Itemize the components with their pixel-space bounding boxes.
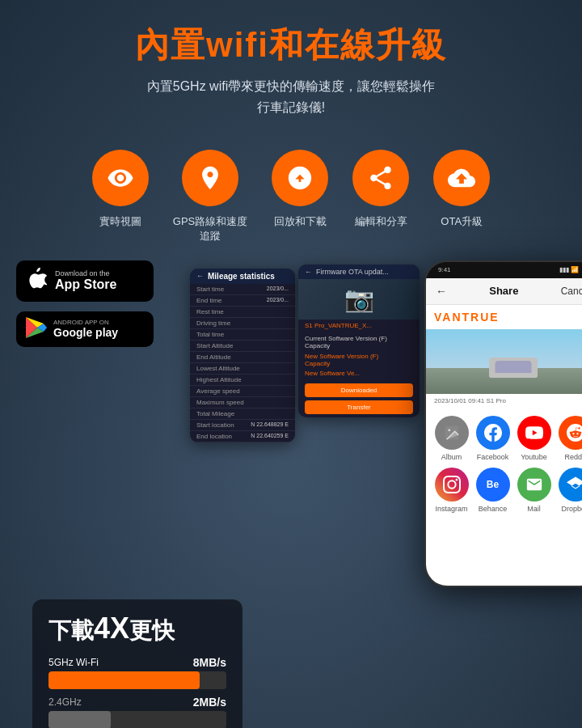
cloud-upload-icon <box>433 150 490 206</box>
mileage-row: Lowest Altitude <box>190 363 295 375</box>
feature-share-label: 編輯和分享 <box>355 214 407 229</box>
left-panel: Download on the App Store ANDROID APP ON <box>16 260 178 347</box>
feature-gps-label: GPS路線和速度追蹤 <box>173 214 247 243</box>
share-header: ← Share Cancel <box>426 278 582 305</box>
dropbox-icon <box>559 468 583 502</box>
ota-header: ← Firmware OTA updat... <box>298 265 420 279</box>
car-road-scene <box>426 329 582 394</box>
mileage-row: Rest time <box>190 307 295 318</box>
back-button[interactable]: ← <box>436 285 447 298</box>
mileage-row: Total time <box>190 329 295 341</box>
feature-download-label: 回放和下載 <box>274 214 327 229</box>
cancel-button[interactable]: Cancel <box>561 286 582 297</box>
google-play-logo <box>24 316 47 342</box>
page-subtitle: 內置5GHz wifi帶來更快的傳輸速度，讓您輕鬆操作 行車記錄儀! <box>16 76 566 117</box>
new-version: New Software Version (F) Capacity <box>305 353 413 367</box>
feature-ota-label: OTA升級 <box>441 214 483 229</box>
video-meta: 2023/10/01 09:41 S1 Pro <box>426 394 582 408</box>
speed-bar-name: 5GHz Wi-Fi <box>48 657 99 668</box>
share-icon <box>352 150 409 206</box>
album-icon <box>435 416 469 450</box>
share-title: Share <box>489 285 518 297</box>
ota-screen: ← Firmware OTA updat... 📷 S1 Pro_VANTRUE… <box>298 265 420 417</box>
phone-screen: ← Share Cancel VANTRUE <box>426 278 582 586</box>
behance-icon: Be <box>476 468 510 502</box>
feature-share: 編輯和分享 <box>352 150 409 243</box>
phone-status-bar: 9:41 ▮▮▮ 📶 🔋 <box>426 262 582 278</box>
youtube-icon <box>517 416 551 450</box>
video-thumbnail <box>426 329 582 394</box>
share-icon-facebook[interactable]: Facebook <box>475 416 510 461</box>
mileage-row: End Altitude <box>190 352 295 363</box>
mileage-row: Maximum speed <box>190 397 295 408</box>
share-icon-behance[interactable]: Be Behance <box>475 468 510 513</box>
share-icons-grid: Album Facebook Youtube Reddit Instagram … <box>426 408 582 521</box>
main-area: Download on the App Store ANDROID APP ON <box>0 252 582 595</box>
mileage-row: Start Altitude <box>190 341 295 352</box>
mileage-row: End time2023/0... <box>190 295 295 307</box>
svg-point-5 <box>448 429 450 431</box>
transfer-button[interactable]: Transfer <box>305 400 413 414</box>
facebook-icon <box>476 416 510 450</box>
new-software-label: New Software Ve... <box>305 370 413 377</box>
speed-bar-background <box>48 711 226 728</box>
mileage-row: End locationN 22.640259 E <box>190 431 295 442</box>
downloaded-button[interactable]: Downloaded <box>305 383 413 397</box>
mileage-header: ← Mileage statistics <box>190 269 295 284</box>
video-preview <box>426 329 582 394</box>
ota-version-info: Current Software Version (F) Capacity Ne… <box>298 332 420 380</box>
mileage-row: Driving time <box>190 318 295 329</box>
features-icons-row: 實時視圖 GPS路線和速度追蹤 回放和下載 <box>0 125 582 252</box>
mileage-row: Start time2023/0... <box>190 284 295 295</box>
speed-bar-5ghzwi-fi: 5GHz Wi-Fi 8MB/s <box>48 656 226 689</box>
speed-bar-2.4ghz: 2.4GHz 2MB/s <box>48 696 226 728</box>
mileage-row: Total Mileage <box>190 408 295 420</box>
ota-thumbnail: 📷 <box>298 279 420 320</box>
share-icon-instagram[interactable]: Instagram <box>434 468 469 513</box>
speed-bar-name: 2.4GHz <box>48 696 82 708</box>
current-version: Current Software Version (F) Capacity <box>305 335 413 349</box>
phones-area: ← Mileage statistics Start time2023/0...… <box>190 260 582 587</box>
feature-realtime: 實時視圖 <box>92 150 149 243</box>
share-icon-album[interactable]: Album <box>434 416 469 461</box>
feature-ota: OTA升級 <box>433 150 490 243</box>
main-phone: 9:41 ▮▮▮ 📶 🔋 ← Share Cancel VANTRUE <box>424 260 582 587</box>
instagram-icon <box>435 468 469 502</box>
eye-icon <box>92 150 149 206</box>
share-icon-reddit[interactable]: Reddit <box>558 416 582 461</box>
mail-icon <box>517 468 551 502</box>
reddit-icon <box>559 416 583 450</box>
vantrue-logo: VANTRUE <box>426 305 582 329</box>
back-arrow: ← <box>196 272 204 280</box>
google-play-text: ANDROID APP ON Google play <box>53 319 118 339</box>
share-icon-mail[interactable]: Mail <box>517 468 551 513</box>
speed-bars: 5GHz Wi-Fi 8MB/s 2.4GHz 2MB/s <box>48 656 226 728</box>
share-icon-youtube[interactable]: Youtube <box>517 416 551 461</box>
speed-title: 下載4X更快 <box>48 612 226 646</box>
apple-icon <box>27 267 47 295</box>
speed-bar-value: 8MB/s <box>193 656 226 669</box>
feature-download: 回放和下載 <box>272 150 328 243</box>
page-title: 內置wifi和在線升級 <box>16 23 566 68</box>
mileage-row: Start locationN 22.648829 E <box>190 420 295 431</box>
feature-gps: GPS路線和速度追蹤 <box>173 150 247 243</box>
download-icon <box>272 150 328 206</box>
speed-bar-fill <box>48 671 200 689</box>
speed-section: 下載4X更快 5GHz Wi-Fi 8MB/s 2.4GHz 2MB/s <box>32 599 242 728</box>
back-arrow2: ← <box>305 268 312 276</box>
google-play-button[interactable]: ANDROID APP ON Google play <box>16 311 154 347</box>
mileage-rows: Start time2023/0...End time2023/0...Rest… <box>190 284 295 442</box>
gps-icon <box>182 150 238 206</box>
ota-product-name: S1 Pro_VANTRUE_X... <box>298 320 420 332</box>
mileage-row: Highest Altitude <box>190 375 295 386</box>
mileage-screen: ← Mileage statistics Start time2023/0...… <box>190 269 295 442</box>
mileage-row: Average speed <box>190 386 295 397</box>
speed-bar-fill <box>48 711 111 728</box>
feature-realtime-label: 實時視圖 <box>99 214 141 229</box>
speed-bar-value: 2MB/s <box>193 696 226 709</box>
header: 內置wifi和在線升級 內置5GHz wifi帶來更快的傳輸速度，讓您輕鬆操作 … <box>0 0 582 125</box>
app-store-button[interactable]: Download on the App Store <box>16 260 154 302</box>
speed-bar-background <box>48 671 226 689</box>
share-icon-dropbox[interactable]: Dropbox <box>558 468 582 513</box>
app-store-text: Download on the App Store <box>55 269 116 292</box>
